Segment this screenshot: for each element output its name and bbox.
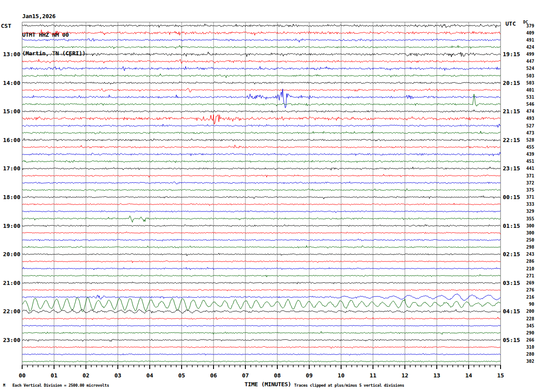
seismic-trace — [22, 131, 501, 134]
x-tick-label: 09 — [306, 372, 313, 379]
cst-hour-label: 20:00 — [3, 251, 20, 257]
dc-offset-value: 333 — [526, 202, 534, 207]
dc-offset-value: 409 — [526, 31, 534, 35]
dc-offset-value: 228 — [526, 316, 534, 321]
dc-offset-value: 503 — [526, 81, 534, 85]
dc-offset-value: 499 — [526, 52, 534, 57]
seismic-trace — [22, 239, 501, 241]
seismic-trace — [22, 174, 501, 177]
seismic-trace — [22, 294, 501, 300]
dc-offset-value: 271 — [526, 273, 534, 278]
dc-offset-value: 473 — [526, 131, 534, 135]
x-tick-label: 11 — [369, 372, 377, 379]
helicorder-page: Jan15,2026 UTMT HHZ NM 00 (Martin, TN (C… — [0, 0, 536, 392]
utc-hour-label: 02:15 — [503, 251, 520, 257]
dc-offset-value: 269 — [526, 281, 534, 285]
seismic-trace — [22, 152, 501, 156]
seismic-trace — [22, 88, 501, 92]
dc-offset-value: 329 — [526, 209, 534, 214]
x-tick-label: 06 — [210, 372, 217, 379]
utc-hour-label: 19:15 — [503, 51, 520, 58]
vertical-division-note: Each Vertical Division = 2500.00 microvo… — [12, 383, 109, 388]
seismic-trace — [22, 24, 501, 28]
x-tick-label: 05 — [178, 372, 185, 379]
seismic-trace — [22, 216, 501, 223]
utc-hour-label: 21:15 — [503, 108, 520, 115]
dc-offset-value: 371 — [526, 195, 534, 200]
seismic-trace — [22, 297, 501, 312]
dc-offset-value: 527 — [526, 123, 534, 128]
dc-offset-value: 447 — [526, 59, 534, 64]
seismic-trace — [22, 182, 501, 184]
cst-hour-label: 19:00 — [3, 223, 20, 229]
seismic-trace — [22, 196, 501, 199]
seismic-trace — [22, 331, 501, 334]
cst-hour-label: 14:00 — [3, 80, 20, 86]
seismic-trace — [22, 260, 501, 262]
x-tick-label: 15 — [497, 372, 504, 379]
seismic-trace — [22, 74, 501, 78]
dc-offset-value: 474 — [526, 109, 534, 114]
dc-offset-value: 276 — [526, 288, 534, 292]
dc-offset-value: 439 — [526, 152, 534, 157]
dc-offset-value: 290 — [526, 331, 534, 335]
utc-hour-label: 20:15 — [503, 80, 520, 86]
seismic-trace — [22, 115, 501, 124]
dc-offset-value: 355 — [526, 216, 534, 221]
seismic-trace — [22, 81, 501, 84]
seismic-trace — [22, 267, 501, 270]
dc-offset-value: 266 — [526, 338, 534, 342]
seismic-trace — [22, 253, 501, 256]
seismic-trace — [22, 309, 501, 313]
seismic-trace — [22, 282, 501, 284]
dc-offset-value: 210 — [526, 266, 534, 271]
seismic-trace — [22, 66, 501, 71]
dc-offset-value: 372 — [526, 181, 534, 185]
dc-offset-value: 300 — [526, 223, 534, 228]
dc-offset-value: 250 — [526, 238, 534, 242]
cst-hour-label: 13:00 — [3, 51, 20, 58]
dc-offset-value: 216 — [526, 295, 534, 300]
cst-hour-label: 23:00 — [3, 337, 20, 343]
utc-hour-label: 05:15 — [503, 337, 520, 343]
cst-hour-label: 22:00 — [3, 308, 20, 315]
dc-offset-value: 401 — [526, 88, 534, 92]
dc-offset-value: 310 — [526, 345, 534, 350]
dc-offset-value: 528 — [526, 138, 534, 142]
x-tick-label: 13 — [433, 372, 440, 379]
x-tick-label: 01 — [50, 372, 58, 379]
utc-hour-label: 22:15 — [503, 137, 520, 143]
seismic-trace — [22, 124, 501, 127]
dc-offset-value: 531 — [526, 95, 534, 100]
helicorder-plot: 0001020304050607080910111213141537940949… — [0, 0, 536, 392]
dc-offset-value: 243 — [526, 252, 534, 257]
seismic-trace — [22, 110, 501, 112]
seismic-trace — [22, 346, 501, 349]
seismic-trace — [22, 224, 501, 227]
watermark-mark: M — [3, 384, 5, 388]
dc-offset-value: 424 — [526, 45, 534, 50]
utc-hour-label: 04:15 — [503, 308, 520, 315]
seismic-trace — [22, 211, 501, 213]
seismic-trace — [22, 46, 501, 49]
seismic-trace — [22, 52, 501, 57]
seismic-trace — [22, 203, 501, 206]
x-tick-label: 12 — [401, 372, 408, 379]
dc-offset-value: 302 — [526, 359, 534, 364]
seismic-trace — [22, 59, 501, 63]
x-tick-label: 10 — [338, 372, 345, 379]
dc-offset-value: 451 — [526, 159, 534, 164]
seismic-trace — [22, 89, 501, 108]
dc-offset-value: 298 — [526, 245, 534, 250]
dc-offset-value: 546 — [526, 102, 534, 107]
dc-offset-value: 286 — [526, 259, 534, 264]
seismic-trace — [22, 188, 501, 191]
seismic-trace — [22, 289, 501, 291]
seismic-trace — [22, 38, 501, 42]
seismic-trace — [22, 145, 501, 148]
seismic-trace — [22, 361, 501, 362]
seismic-trace — [22, 339, 501, 342]
dc-offset-value: 524 — [526, 66, 534, 71]
seismic-trace — [22, 246, 501, 248]
dc-offset-value: 379 — [526, 23, 534, 28]
